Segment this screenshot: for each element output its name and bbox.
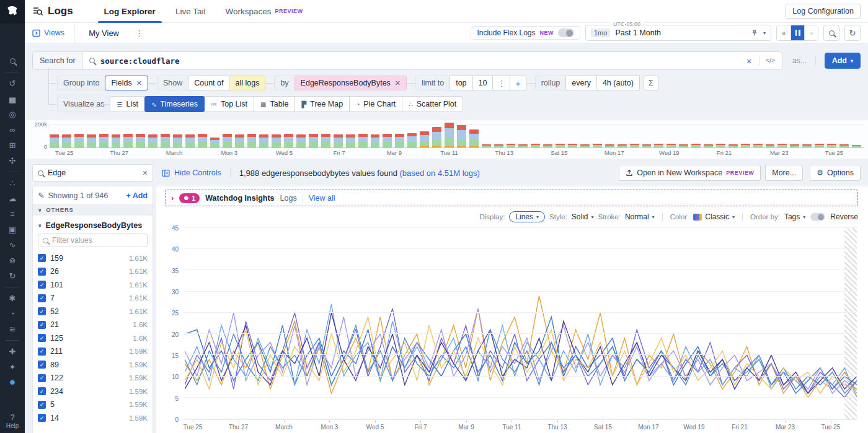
options-button[interactable]: ⚙ Options [810,165,861,181]
volume-bar[interactable] [50,134,59,147]
volume-chart-plot[interactable]: 200k 0 [50,122,864,148]
color-select[interactable]: Classic▾ [693,212,735,221]
volume-bar[interactable] [642,144,652,147]
volume-bar[interactable] [666,144,676,147]
bits-ai-icon[interactable]: ✹ [0,375,25,390]
group-fields-pill[interactable]: Fields✕ [105,76,148,90]
volume-bar[interactable] [494,144,503,147]
volume-bar[interactable] [148,134,157,147]
facet-value-row[interactable]: ✓211.6K [33,318,153,332]
checkbox[interactable]: ✓ [38,321,46,329]
viz-top-list[interactable]: ≔Top List [204,96,254,112]
volume-bar[interactable] [543,144,552,147]
volume-bar[interactable] [445,123,454,147]
sparkles-icon[interactable]: ✦ [0,359,25,375]
volume-bar[interactable] [482,144,491,147]
volume-bar[interactable] [371,134,380,147]
volume-bar[interactable] [407,133,417,147]
hide-controls-button[interactable]: Hide Controls [162,168,221,177]
volume-bar[interactable] [272,134,281,147]
viz-scatter-plot[interactable]: ∴Scatter Plot [402,96,463,112]
views-button[interactable]: Views [32,23,75,43]
integrations-icon[interactable]: ✚ [0,344,25,359]
display-select[interactable]: Lines▾ [509,211,545,222]
rollup-every-pill[interactable]: every [565,76,597,90]
volume-bar[interactable] [432,127,441,147]
volume-bar[interactable] [568,144,577,147]
volume-bar[interactable] [296,134,306,147]
volume-bar[interactable] [802,144,812,147]
log-search-bar[interactable]: Search for source:cloudflare × </> [32,51,782,70]
volume-bar[interactable] [716,144,725,147]
facet-group-title[interactable]: ∨EdgeResponseBodyBytes [33,216,153,232]
viz-timeseries[interactable]: ∿Timeseries [144,96,205,112]
volume-bar[interactable] [185,134,195,147]
volume-bar[interactable] [531,144,540,147]
volume-bar[interactable] [777,144,787,147]
top-n-pill[interactable]: 10 [472,76,494,90]
clear-facet-search-icon[interactable]: × [143,168,148,178]
facet-value-row[interactable]: ✓891.59K [33,358,153,372]
by-field-pill[interactable]: EdgeResponseBodyBytes✕ [294,76,407,90]
time-caret-icon[interactable]: ▾ [763,30,766,36]
facet-value-row[interactable]: ✓1221.59K [33,372,153,385]
volume-bar[interactable] [161,134,170,147]
volume-bar[interactable] [62,134,71,147]
ci-icon[interactable]: ↻ [0,268,25,284]
checkbox[interactable]: ✓ [38,361,46,369]
facet-search-input[interactable] [48,168,138,177]
volume-bar[interactable] [691,144,701,147]
save-as-button[interactable]: as... [792,56,807,65]
tab-live-tail[interactable]: Live Tail [166,0,216,23]
facet-search-box[interactable]: × [32,164,153,182]
open-in-new-workspace-button[interactable]: Open in New Workspace PREVIEW [619,165,761,181]
connections-icon[interactable]: ∿ [0,237,25,253]
dashboards-icon[interactable]: ◔ [0,306,25,321]
volume-bar[interactable] [210,138,219,147]
pin-icon[interactable] [751,29,758,37]
datadog-logo[interactable] [0,0,25,24]
remove-fields-icon[interactable]: ✕ [136,79,142,87]
volume-bar[interactable] [593,144,602,147]
checkbox[interactable]: ✓ [38,374,46,382]
volume-bar[interactable] [284,134,293,147]
order-by-select[interactable]: Tags▾ [784,212,805,221]
facet-value-row[interactable]: ✓1591.61K [33,251,153,265]
service-map-icon[interactable]: ✣ [0,153,25,168]
stroke-select[interactable]: Normal▾ [625,212,655,221]
volume-bar[interactable] [815,144,824,147]
facet-filter-box[interactable] [38,234,148,247]
volume-bar[interactable] [87,134,96,147]
volume-bar[interactable] [383,134,392,147]
volume-bar[interactable] [556,144,565,147]
refresh-button[interactable]: ↻ [844,25,861,41]
limit-kebab-icon[interactable]: ⋮ [492,76,510,90]
forward-button[interactable]: » [804,25,818,40]
viz-list[interactable]: ☰List [110,96,144,112]
facet-value-row[interactable]: ✓521.61K [33,305,153,318]
viz-table[interactable]: ▦Table [254,96,295,112]
search-query-text[interactable]: source:cloudflare [100,56,180,66]
checkbox[interactable]: ✓ [38,401,46,409]
facet-value-row[interactable]: ✓141.59K [33,411,153,425]
reverse-toggle[interactable] [811,213,825,221]
checkbox[interactable]: ✓ [38,281,46,289]
rum-icon[interactable]: ▣ [0,222,25,237]
rewind-button[interactable]: « [777,25,790,40]
volume-bar[interactable] [839,144,849,147]
volume-bar[interactable] [469,129,479,147]
add-facet-button[interactable]: + Add [126,191,148,200]
watchdog-view-all-link[interactable]: View all [309,194,335,203]
checkbox[interactable]: ✓ [38,254,46,262]
checkbox[interactable]: ✓ [38,268,46,276]
volume-bar[interactable] [309,134,318,147]
history-icon[interactable]: ↺ [0,76,25,91]
volume-bar[interactable] [99,134,108,147]
top-pill[interactable]: top [450,76,472,90]
watchdog-icon[interactable]: ∞ [0,122,25,138]
rollup-interval-pill[interactable]: 4h (auto) [596,76,640,90]
volume-bar[interactable] [518,144,528,147]
checkbox[interactable]: ✓ [38,294,46,302]
checkbox[interactable]: ✓ [38,387,46,395]
volume-bar[interactable] [321,134,330,147]
